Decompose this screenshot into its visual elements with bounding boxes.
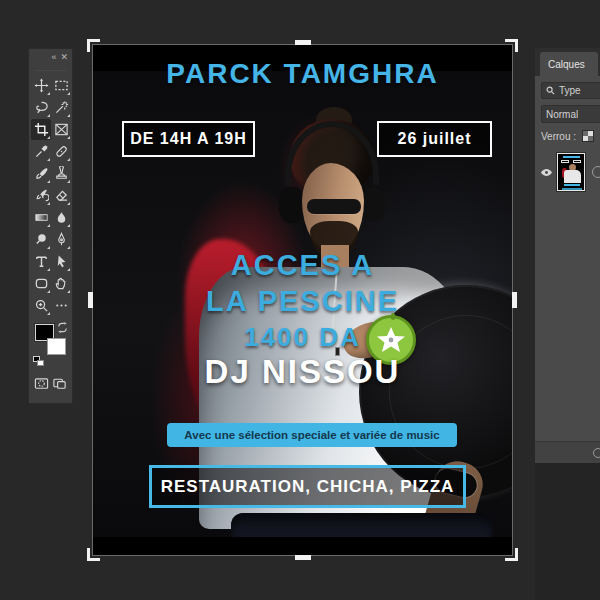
tool-clone-stamp[interactable] xyxy=(51,163,71,184)
tool-shape[interactable] xyxy=(31,273,51,294)
crop-handle-bottom-left[interactable] xyxy=(87,548,100,561)
crop-handle-left-middle[interactable] xyxy=(88,292,93,308)
date-badge: 26 juillet xyxy=(377,121,492,157)
tool-more[interactable] xyxy=(51,295,71,316)
layers-panel: Calques Type Normal Verrou : xyxy=(535,48,600,463)
hand-icon xyxy=(54,276,69,291)
layer-row[interactable] xyxy=(535,150,600,194)
star-icon xyxy=(374,323,408,357)
tool-path-select[interactable] xyxy=(51,251,71,272)
headphone-earcup-left xyxy=(279,187,305,223)
move-icon xyxy=(34,78,49,93)
eye-icon xyxy=(540,168,553,177)
tool-type[interactable] xyxy=(31,251,51,272)
tool-eraser[interactable] xyxy=(51,185,71,206)
dodge-icon xyxy=(34,232,49,247)
marquee-icon xyxy=(54,78,69,93)
poster-canvas[interactable]: PARCK TAMGHRA DE 14H A 19H 26 juillet AC… xyxy=(93,45,512,555)
select-arrow-icon xyxy=(54,254,69,269)
rounded-rect-icon xyxy=(34,276,49,291)
tool-crop[interactable] xyxy=(31,119,51,140)
type-icon xyxy=(34,254,49,269)
crop-handle-top-middle[interactable] xyxy=(295,40,311,45)
slice-icon xyxy=(54,122,69,137)
poster-bottom-strip xyxy=(93,537,512,555)
pen-icon xyxy=(54,232,69,247)
tools-panel: « ✕ xyxy=(28,48,73,404)
tool-blur[interactable] xyxy=(51,207,71,228)
tool-slice[interactable] xyxy=(51,119,71,140)
blend-mode-value: Normal xyxy=(546,109,578,120)
color-controls xyxy=(29,321,72,371)
services-box: RESTAURATION, CHICHA, PIZZA xyxy=(149,465,466,508)
tool-eyedropper[interactable] xyxy=(31,141,51,162)
poster-title: PARCK TAMGHRA xyxy=(93,58,512,90)
healing-brush-icon xyxy=(54,144,69,159)
layer-filter-field[interactable]: Type xyxy=(541,82,600,99)
time-badge: DE 14H A 19H xyxy=(122,121,255,157)
layer-thumbnail[interactable] xyxy=(557,153,585,191)
close-panel-icon[interactable]: ✕ xyxy=(60,53,68,62)
tab-calques[interactable]: Calques xyxy=(540,52,598,76)
tool-history-brush[interactable] xyxy=(31,185,51,206)
quick-mask-button[interactable] xyxy=(32,373,51,394)
crop-handle-top-left[interactable] xyxy=(87,39,100,52)
layer-lock-badge xyxy=(592,166,600,178)
tool-move[interactable] xyxy=(31,75,51,96)
eraser-icon xyxy=(54,188,69,203)
eyedropper-icon xyxy=(34,144,49,159)
brush-icon xyxy=(34,166,49,181)
tool-pen[interactable] xyxy=(51,229,71,250)
screen-mode-button[interactable] xyxy=(51,373,70,394)
access-line-2: LA PESCINE xyxy=(93,285,512,318)
blend-mode-select[interactable]: Normal xyxy=(541,105,600,123)
tool-magic-wand[interactable] xyxy=(51,97,71,118)
filter-label: Type xyxy=(559,85,581,96)
tool-hand[interactable] xyxy=(51,273,71,294)
lock-transparency-icon[interactable] xyxy=(582,130,594,142)
tool-marquee[interactable] xyxy=(51,75,71,96)
tool-zoom[interactable] xyxy=(31,295,51,316)
screen-mode-icon xyxy=(52,376,67,391)
default-colors-icon[interactable] xyxy=(33,356,44,366)
lock-row: Verrou : xyxy=(541,130,600,142)
search-icon xyxy=(546,86,555,95)
tool-brush[interactable] xyxy=(31,163,51,184)
dj-name: DJ NISSOU xyxy=(93,353,512,391)
tool-lasso[interactable] xyxy=(31,97,51,118)
ellipsis-icon xyxy=(54,298,69,313)
lock-label: Verrou : xyxy=(541,131,576,142)
history-brush-icon xyxy=(34,188,49,203)
crop-handle-bottom-middle[interactable] xyxy=(295,555,311,560)
layers-panel-footer xyxy=(535,441,600,463)
access-line-1: ACCES A xyxy=(93,249,512,282)
swap-colors-icon[interactable] xyxy=(57,322,68,333)
collapse-panel-icon[interactable]: « xyxy=(51,53,56,62)
crop-handle-right-middle[interactable] xyxy=(512,292,517,308)
link-layers-icon[interactable] xyxy=(593,448,600,458)
panel-grip xyxy=(35,63,66,71)
access-line-3: 1400 DA xyxy=(93,322,512,353)
tool-dodge[interactable] xyxy=(31,229,51,250)
workspace-background xyxy=(535,463,600,600)
logo-stem xyxy=(391,313,395,320)
tools-panel-header: « ✕ xyxy=(29,49,72,63)
layer-visibility-toggle[interactable] xyxy=(535,168,557,177)
headphone-earcup-right xyxy=(361,187,385,221)
canvas-crop-area: PARCK TAMGHRA DE 14H A 19H 26 juillet AC… xyxy=(93,45,512,555)
tool-grid xyxy=(29,73,72,318)
background-color-swatch[interactable] xyxy=(47,338,66,355)
toolbar-bottom-icons xyxy=(29,371,72,394)
tool-healing-brush[interactable] xyxy=(51,141,71,162)
panel-tab-strip: Calques xyxy=(535,48,600,76)
magic-wand-icon xyxy=(54,100,69,115)
crop-handle-bottom-right[interactable] xyxy=(505,548,518,561)
sunglasses xyxy=(307,199,361,214)
tool-gradient[interactable] xyxy=(31,207,51,228)
selection-banner: Avec une sélection speciale et variée de… xyxy=(167,423,457,447)
blur-drop-icon xyxy=(54,210,69,225)
crop-handle-top-right[interactable] xyxy=(505,39,518,52)
crop-icon xyxy=(34,122,49,137)
quick-mask-icon xyxy=(34,376,49,391)
gradient-icon xyxy=(34,210,49,225)
